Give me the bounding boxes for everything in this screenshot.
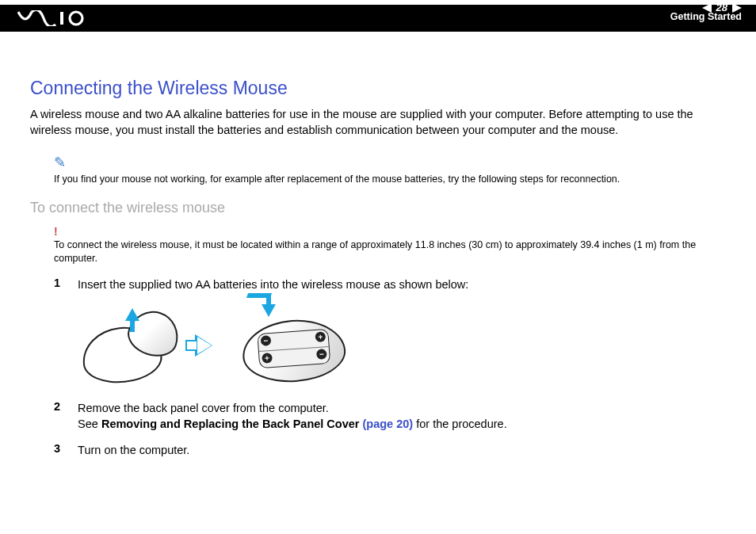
note-icon: ✎ — [54, 154, 726, 171]
procedure-heading: To connect the wireless mouse — [30, 200, 726, 216]
page-content: Connecting the Wireless Mouse A wireless… — [0, 32, 756, 458]
battery-plus-icon: + — [315, 331, 326, 342]
step-2: 2 Remove the back panel cover from the c… — [30, 400, 726, 433]
note-text: If you find your mouse not working, for … — [54, 174, 620, 185]
lift-cover-arrow-icon — [125, 308, 139, 321]
step-text: Remove the back panel cover from the com… — [78, 400, 726, 433]
step-number: 1 — [30, 277, 60, 292]
svg-point-1 — [70, 12, 82, 25]
steps-list: 1 Insert the supplied two AA batteries i… — [30, 277, 726, 292]
warning-icon: ! — [54, 225, 58, 238]
battery-minus-icon: − — [261, 335, 272, 346]
battery-illustration: − + + − — [82, 302, 726, 389]
mouse-closed-drawing — [82, 308, 185, 383]
header-bar: 28 Getting Started — [0, 5, 756, 32]
note-block: ✎ If you find your mouse not working, fo… — [54, 154, 726, 185]
svg-rect-0 — [60, 12, 63, 25]
step-2-line1: Remove the back panel cover from the com… — [78, 402, 329, 414]
vaio-logo — [17, 10, 86, 26]
next-step-arrow-icon — [200, 334, 217, 357]
step-text: Turn on the computer. — [78, 442, 726, 458]
battery-plus-icon: + — [262, 353, 273, 364]
mouse-open-drawing: − + + − — [231, 306, 366, 385]
step-3: 3 Turn on the computer. — [30, 442, 726, 458]
page-link[interactable]: (page 20) — [363, 418, 414, 430]
step-1: 1 Insert the supplied two AA batteries i… — [30, 277, 726, 292]
step-text: Insert the supplied two AA batteries int… — [78, 277, 726, 292]
step-2-suffix: for the procedure. — [413, 418, 507, 430]
step-number: 3 — [30, 442, 60, 458]
steps-list-cont: 2 Remove the back panel cover from the c… — [30, 400, 726, 458]
step-2-crossref-title: Removing and Replacing the Back Panel Co… — [101, 418, 363, 430]
warning-block: ! To connect the wireless mouse, it must… — [54, 224, 726, 265]
battery-bay: − + + − — [257, 329, 330, 368]
warning-text: To connect the wireless mouse, it must b… — [54, 238, 726, 265]
insert-battery-arrow-icon — [262, 304, 276, 317]
intro-paragraph: A wireless mouse and two AA alkaline bat… — [30, 107, 726, 138]
section-label: Getting Started — [670, 11, 742, 22]
battery-minus-icon: − — [316, 349, 327, 360]
step-2-prefix: See — [78, 418, 101, 430]
step-number: 2 — [30, 400, 60, 433]
page-title: Connecting the Wireless Mouse — [30, 78, 726, 99]
